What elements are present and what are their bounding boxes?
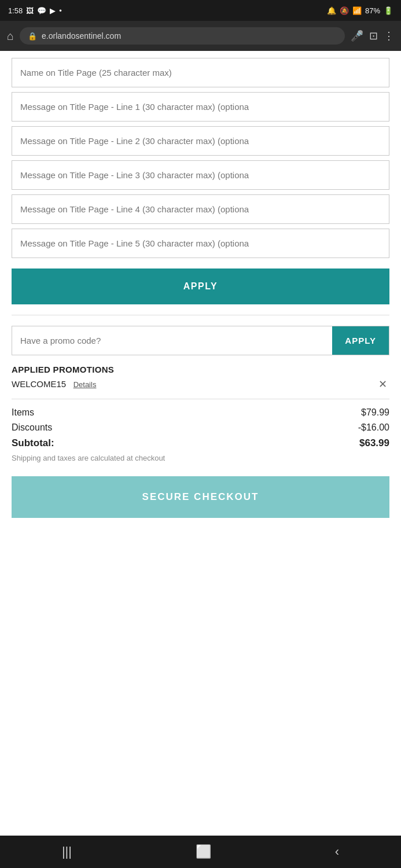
secure-checkout-button[interactable]: SECURE CHECKOUT — [12, 476, 389, 518]
dot-indicator: • — [59, 6, 62, 15]
apply-button[interactable]: APPLY — [12, 269, 389, 304]
message-line3-input[interactable] — [12, 160, 389, 190]
time: 1:58 — [8, 6, 23, 15]
status-bar: 1:58 🖼 💬 ▶ • 🔔 🔕 📶 87% 🔋 — [0, 0, 401, 21]
battery: 87% — [365, 6, 380, 15]
whatsapp-icon: 💬 — [37, 6, 46, 15]
mute-icon: 🔕 — [340, 6, 349, 15]
forward-nav-icon[interactable]: ‹ — [335, 844, 339, 859]
microphone-icon[interactable]: 🎤 — [351, 30, 363, 42]
promo-code-row: APPLY — [12, 326, 389, 355]
back-nav-icon[interactable]: ||| — [62, 844, 72, 859]
home-icon[interactable]: ⌂ — [7, 30, 14, 43]
items-value: $79.99 — [361, 407, 389, 418]
status-left: 1:58 🖼 💬 ▶ • — [8, 6, 62, 15]
order-summary: Items $79.99 Discounts -$16.00 Subtotal:… — [12, 399, 389, 476]
lock-icon: 🔒 — [28, 32, 37, 41]
items-label: Items — [12, 407, 34, 418]
message-line5-input[interactable] — [12, 229, 389, 258]
promo-details-link[interactable]: Details — [73, 380, 97, 389]
applied-promotions-label: APPLIED PROMOTIONS — [12, 365, 389, 374]
bottom-nav-bar: ||| ⬜ ‹ — [0, 836, 401, 868]
subtotal-row: Subtotal: $63.99 — [12, 437, 389, 449]
form-fields: APPLY — [12, 51, 389, 304]
url-text: e.orlandosentinel.com — [42, 31, 121, 41]
promo-code-value: WELCOME15 — [12, 379, 66, 389]
overflow-menu-icon[interactable]: ⋮ — [384, 30, 394, 42]
subtotal-value: $63.99 — [359, 437, 389, 449]
discounts-value: -$16.00 — [358, 422, 389, 433]
remove-promo-button[interactable]: ✕ — [376, 378, 389, 391]
url-bar[interactable]: 🔒 e.orlandosentinel.com — [20, 27, 345, 45]
battery-icon: 🔋 — [384, 6, 393, 15]
youtube-icon: ▶ — [50, 6, 56, 15]
promo-apply-button[interactable]: APPLY — [332, 326, 389, 355]
wifi-icon: 📶 — [352, 6, 362, 15]
applied-promotions-section: APPLIED PROMOTIONS WELCOME15 Details ✕ — [12, 365, 389, 399]
home-nav-icon[interactable]: ⬜ — [196, 844, 211, 859]
name-title-input[interactable] — [12, 58, 389, 87]
shipping-note: Shipping and taxes are calculated at che… — [12, 454, 389, 462]
items-row: Items $79.99 — [12, 407, 389, 418]
alarm-icon: 🔔 — [327, 6, 336, 15]
discounts-label: Discounts — [12, 422, 52, 433]
photo-icon: 🖼 — [26, 6, 34, 15]
status-right: 🔔 🔕 📶 87% 🔋 — [327, 6, 393, 15]
page-content: APPLY APPLY APPLIED PROMOTIONS WELCOME15… — [0, 51, 401, 836]
promo-code-input[interactable] — [12, 326, 332, 355]
message-line4-input[interactable] — [12, 194, 389, 224]
subtotal-label: Subtotal: — [12, 437, 54, 449]
message-line1-input[interactable] — [12, 92, 389, 122]
promo-code-info: WELCOME15 Details — [12, 379, 96, 389]
discounts-row: Discounts -$16.00 — [12, 422, 389, 433]
tab-switcher-icon[interactable]: ⊡ — [369, 30, 378, 42]
promotion-row: WELCOME15 Details ✕ — [12, 378, 389, 399]
message-line2-input[interactable] — [12, 126, 389, 156]
section-divider — [12, 315, 389, 315]
browser-chrome: ⌂ 🔒 e.orlandosentinel.com 🎤 ⊡ ⋮ — [0, 21, 401, 51]
